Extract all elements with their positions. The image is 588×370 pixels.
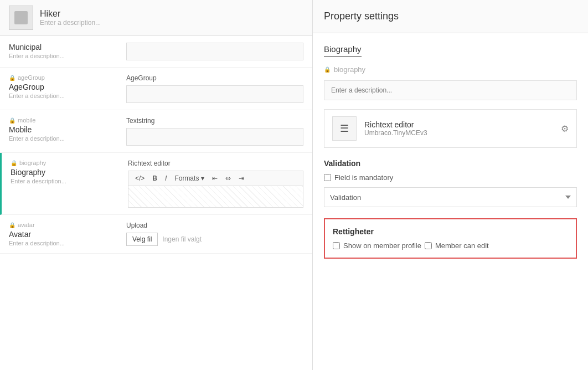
editor-card-name: Richtext editor <box>364 120 427 129</box>
header-text: Hiker Enter a description... <box>40 9 101 27</box>
municipal-input[interactable] <box>126 43 303 60</box>
lock-icon-biography: 🔒 <box>11 160 17 166</box>
property-row-biography: 🔒 biography Biography Enter a descriptio… <box>0 153 312 215</box>
field-alias-row: 🔒 biography <box>324 65 577 74</box>
prop-label-municipal: Municipal Enter a description... <box>9 43 120 59</box>
property-row-mobile: 🔒 mobile Mobile Enter a description... T… <box>0 110 312 153</box>
prop-alias-mobile: 🔒 mobile <box>9 117 120 124</box>
right-content: Biography 🔒 biography ☰ Richtext editor … <box>313 33 588 370</box>
rettigheter-title: Rettigheter <box>333 227 568 236</box>
description-field[interactable] <box>324 80 577 100</box>
prop-editor-biography: Richtext editor </> B I Formats ▾ ⇤ ⇔ ⇥ <box>121 160 303 208</box>
align-left-btn[interactable]: ⇤ <box>210 173 220 183</box>
property-row-agegroup: 🔒 ageGroup AgeGroup Enter a description.… <box>0 68 312 110</box>
alias-lock-icon: 🔒 <box>324 66 331 73</box>
property-row-avatar: 🔒 avatar Avatar Enter a description... U… <box>0 215 312 254</box>
validation-section: Validation Field is mandatory Validation <box>324 159 577 207</box>
mobile-input[interactable] <box>126 128 303 146</box>
lock-icon-mobile: 🔒 <box>9 117 16 124</box>
italic-btn[interactable]: I <box>163 173 169 183</box>
mandatory-label: Field is mandatory <box>334 173 393 182</box>
prop-desc-agegroup: Enter a description... <box>9 92 120 99</box>
prop-name-avatar: Avatar <box>9 230 120 239</box>
prop-alias-agegroup: 🔒 ageGroup <box>9 74 120 81</box>
agegroup-editor-label: AgeGroup <box>126 74 303 82</box>
prop-label-agegroup: 🔒 ageGroup AgeGroup Enter a description.… <box>9 74 120 99</box>
biography-editor-label: Richtext editor <box>128 160 303 167</box>
prop-label-mobile: 🔒 mobile Mobile Enter a description... <box>9 117 120 142</box>
show-on-profile-label: Show on member profile <box>343 241 421 250</box>
richtext-editor-icon: ☰ <box>340 122 349 135</box>
prop-desc-biography: Enter a description... <box>11 178 121 184</box>
avatar-icon <box>14 11 28 24</box>
prop-name-biography: Biography <box>11 168 121 177</box>
property-row-municipal: Municipal Enter a description... <box>0 36 312 68</box>
prop-name-mobile: Mobile <box>9 125 120 134</box>
mandatory-checkbox[interactable] <box>324 174 331 181</box>
right-panel: Property settings Biography 🔒 biography … <box>313 0 588 370</box>
editor-card-icon: ☰ <box>332 116 357 141</box>
editor-card-alias: Umbraco.TinyMCEv3 <box>364 129 427 137</box>
agegroup-input[interactable] <box>126 85 303 103</box>
member-name: Hiker <box>40 9 101 19</box>
right-header: Property settings <box>313 0 588 33</box>
validation-label: Validation <box>324 159 577 168</box>
choose-file-btn[interactable]: Velg fil <box>126 233 158 246</box>
biography-section-title: Biography <box>324 44 362 56</box>
bold-btn[interactable]: B <box>150 173 159 183</box>
prop-editor-municipal <box>120 43 303 60</box>
prop-editor-avatar: Upload Velg fil Ingen fil valgt <box>120 222 303 246</box>
field-alias-text: biography <box>334 65 365 74</box>
gear-icon[interactable]: ⚙ <box>561 124 569 134</box>
mobile-editor-label: Textstring <box>126 117 303 125</box>
richtext-toolbar: </> B I Formats ▾ ⇤ ⇔ ⇥ <box>128 171 303 186</box>
lock-icon-avatar: 🔒 <box>9 222 16 228</box>
show-on-profile-checkbox[interactable] <box>333 242 340 249</box>
prop-desc-mobile: Enter a description... <box>9 135 120 142</box>
member-avatar <box>9 6 33 30</box>
prop-label-biography: 🔒 biography Biography Enter a descriptio… <box>11 160 121 184</box>
prop-alias-avatar: 🔒 avatar <box>9 222 120 228</box>
prop-label-avatar: 🔒 avatar Avatar Enter a description... <box>9 222 120 246</box>
prop-alias-biography: 🔒 biography <box>11 160 121 166</box>
prop-editor-mobile: Textstring <box>120 117 303 146</box>
validation-dropdown[interactable]: Validation <box>324 187 577 207</box>
rettigheter-checkboxes: Show on member profile Member can edit <box>333 241 568 250</box>
prop-name-municipal: Municipal <box>9 43 120 52</box>
member-description: Enter a description... <box>40 19 101 27</box>
upload-row: Velg fil Ingen fil valgt <box>126 233 303 246</box>
editor-card-info: Richtext editor Umbraco.TinyMCEv3 <box>364 120 427 137</box>
code-btn[interactable]: </> <box>133 173 147 183</box>
left-header: Hiker Enter a description... <box>0 0 312 36</box>
property-settings-title: Property settings <box>324 11 399 22</box>
lock-icon-agegroup: 🔒 <box>9 75 16 81</box>
prop-name-agegroup: AgeGroup <box>9 83 120 91</box>
left-panel: Hiker Enter a description... Municipal E… <box>0 0 313 370</box>
mandatory-row: Field is mandatory <box>324 173 577 182</box>
member-can-edit-label: Member can edit <box>435 241 489 250</box>
align-right-btn[interactable]: ⇥ <box>236 173 246 183</box>
align-center-btn[interactable]: ⇔ <box>223 173 233 183</box>
left-content: Municipal Enter a description... 🔒 ageGr… <box>0 36 312 370</box>
formats-btn[interactable]: Formats ▾ <box>172 173 206 183</box>
editor-card: ☰ Richtext editor Umbraco.TinyMCEv3 ⚙ <box>324 109 577 148</box>
prop-editor-agegroup: AgeGroup <box>120 74 303 103</box>
upload-placeholder: Ingen fil valgt <box>162 235 202 243</box>
richtext-body[interactable] <box>128 186 303 208</box>
prop-desc-avatar: Enter a description... <box>9 240 120 246</box>
rettigheter-section: Rettigheter Show on member profile Membe… <box>324 218 577 259</box>
member-can-edit-checkbox[interactable] <box>425 242 432 249</box>
prop-desc-municipal: Enter a description... <box>9 53 120 59</box>
avatar-editor-label: Upload <box>126 222 303 229</box>
